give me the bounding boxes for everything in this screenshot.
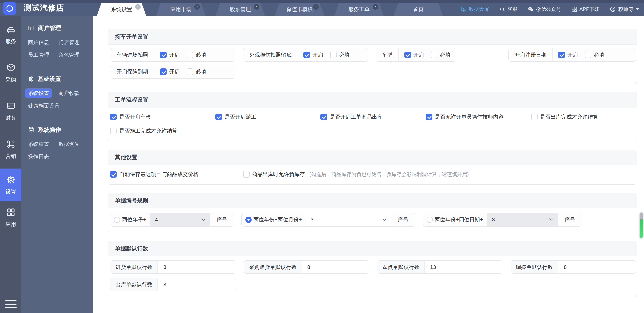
checkbox-on[interactable] — [404, 52, 411, 58]
top-bar: 测试汽修店 系统设置 × 应用市场 × 股东管理 × 储值卡模板 × 服务工单 … — [0, 0, 644, 16]
radio-button[interactable] — [427, 217, 433, 223]
gear-icon — [28, 76, 35, 82]
menu-toggle-icon[interactable] — [0, 300, 21, 308]
radio-button[interactable] — [114, 217, 120, 223]
scrollbar-thumb[interactable] — [640, 212, 643, 238]
wechat-icon — [528, 6, 534, 12]
tab-home[interactable]: 首页 — [394, 3, 443, 16]
workflow-check-inspection: 是否开启车检 — [110, 113, 215, 120]
panel-title: 单据编号规则 — [108, 193, 637, 208]
submenu-item-operation-log[interactable]: 操作日志 — [28, 152, 89, 161]
field-stocktake-rows: 盘点单默认行数 13 — [377, 260, 503, 274]
rows-input[interactable]: 8 — [158, 278, 236, 291]
chevron-down-icon — [201, 218, 205, 221]
rail-item-apps[interactable]: 应用 — [0, 201, 21, 234]
checkbox-on[interactable] — [160, 52, 167, 58]
tab-label: 应用市场 — [170, 6, 191, 13]
rail-item-purchase[interactable]: 采购 — [0, 54, 21, 92]
numbering-option-year-date: 两位年份+四位日期+ 3 序号 — [423, 213, 582, 227]
database-icon — [28, 126, 35, 133]
tab-label: 储值卡模板 — [287, 6, 313, 13]
checkbox[interactable] — [110, 114, 117, 120]
submenu-item-merchant-info[interactable]: 商户信息 — [28, 38, 59, 47]
checkbox[interactable] — [320, 114, 327, 120]
nav-rail: 服务 采购 财务 营销 — [0, 16, 21, 313]
checkbox-required[interactable] — [330, 52, 337, 58]
checkbox[interactable] — [215, 114, 222, 120]
submenu-item-system-reset[interactable]: 系统重置 — [28, 139, 59, 149]
digits-select[interactable]: 3 — [487, 213, 558, 226]
tab-shareholder[interactable]: 股东管理 × — [216, 3, 265, 16]
submenu-item-data-recovery[interactable]: 数据恢复 — [59, 139, 89, 149]
workflow-check-dispatch: 是否开启派工 — [215, 113, 320, 120]
rows-input[interactable]: 8 — [158, 261, 236, 273]
rail-item-marketing[interactable]: 营销 — [0, 130, 21, 169]
checkbox-required[interactable] — [187, 52, 193, 58]
checkbox-on[interactable] — [303, 52, 310, 58]
setting-card-damage-photo: 外观损伤拍照留底 开启 必填 — [243, 48, 368, 62]
checkbox-required[interactable] — [187, 68, 193, 75]
rows-input[interactable]: 13 — [425, 261, 503, 273]
close-icon[interactable]: × — [254, 4, 259, 10]
tab-bar: 系统设置 × 应用市场 × 股东管理 × 储值卡模板 × 服务工单 × 首页 — [97, 3, 453, 16]
rail-item-finance[interactable]: 财务 — [0, 92, 21, 130]
data-screen-link[interactable]: 数据大屏 — [461, 6, 489, 13]
checkbox[interactable] — [426, 114, 432, 120]
chevron-down-icon — [383, 218, 387, 221]
tab-service-order[interactable]: 服务工单 × — [334, 3, 384, 16]
close-icon[interactable]: × — [194, 4, 200, 10]
rows-input[interactable]: 8 — [302, 261, 369, 273]
submenu-item-health-archive-settings[interactable]: 健康档案设置 — [28, 101, 89, 111]
checkbox-required[interactable] — [431, 52, 437, 58]
setting-card-insurance-expiry: 开启保险到期 开启 必填 — [110, 65, 235, 79]
rail-item-service[interactable]: 服务 — [0, 16, 21, 54]
checkbox-on[interactable] — [558, 52, 565, 58]
chevron-down-icon — [636, 8, 639, 11]
checkbox-required[interactable] — [585, 52, 591, 58]
brand-name: 测试汽修店 — [24, 0, 64, 16]
digits-select[interactable]: 3 — [306, 213, 391, 226]
submenu-item-role-management[interactable]: 角色管理 — [59, 50, 89, 60]
submenu-item-merchant-collection[interactable]: 商户收款 — [59, 88, 89, 98]
workflow-check-goods-outbound: 是否开启工单商品出库 — [320, 113, 426, 120]
checkbox[interactable] — [110, 171, 117, 178]
digits-select[interactable]: 4 — [150, 213, 210, 226]
checkbox-on[interactable] — [160, 68, 167, 75]
submenu-section-basic: 基础设置 系统设置 商户收款 健康档案设置 — [21, 66, 93, 117]
negative-stock-note: (勾选后，商品库存为负也可销售，负库存会影响利润计算，请谨慎开启) — [309, 171, 469, 178]
checkbox[interactable] — [110, 128, 117, 134]
close-icon[interactable]: × — [373, 4, 378, 10]
submenu-section-system-ops: 系统操作 系统重置 数据恢复 操作日志 — [21, 117, 93, 168]
field-outbound-rows: 出库单默认行数 8 — [110, 278, 236, 291]
submenu-section-merchant: 商户管理 商户信息 门店管理 员工管理 角色管理 — [21, 16, 93, 66]
app-download-link[interactable]: APP下载 — [571, 6, 599, 13]
panel-title: 单据默认行数 — [108, 241, 637, 256]
wechat-official-link[interactable]: 微信公众号 — [528, 6, 561, 13]
submenu-item-system-settings[interactable]: 系统设置 — [28, 88, 59, 98]
submenu-item-employee-management[interactable]: 员工管理 — [28, 50, 59, 60]
checkbox[interactable] — [531, 114, 538, 120]
user-menu[interactable]: 赖师傅 — [610, 6, 639, 13]
rows-input[interactable]: 8 — [558, 261, 636, 273]
tab-system-settings[interactable]: 系统设置 × — [97, 3, 146, 16]
submenu-item-store-management[interactable]: 门店管理 — [59, 38, 89, 47]
tab-label: 系统设置 — [111, 6, 132, 13]
field-purchase-return-rows: 采购退货单默认行数 8 — [244, 260, 370, 274]
submenu-section-title: 基础设置 — [21, 75, 93, 83]
car-icon — [6, 24, 16, 34]
tab-value-card-template[interactable]: 储值卡模板 × — [275, 3, 324, 16]
workflow-check-outbound-before-settle: 是否出库完成才允许结算 — [531, 113, 636, 120]
rail-item-settings[interactable]: 设置 — [0, 169, 21, 201]
close-icon[interactable]: × — [135, 4, 141, 10]
panel-workflow-settings: 工单流程设置 是否开启车检 是否开启派工 是否开启工单商品出库 是否允许开单员操… — [108, 92, 637, 141]
chevron-down-icon — [549, 218, 553, 221]
panel-title: 接车开单设置 — [108, 29, 637, 45]
support-link[interactable]: 客服 — [499, 6, 517, 13]
tab-app-market[interactable]: 应用市场 × — [156, 3, 206, 16]
workflow-check-clerk-technician: 是否允许开单员操作技师内容 — [426, 113, 531, 120]
close-icon[interactable]: × — [313, 4, 319, 10]
radio-button[interactable] — [245, 217, 252, 223]
checkbox[interactable] — [243, 171, 250, 178]
setting-card-vehicle-model: 车型 开启 必填 — [376, 48, 456, 62]
card-icon — [6, 101, 16, 111]
